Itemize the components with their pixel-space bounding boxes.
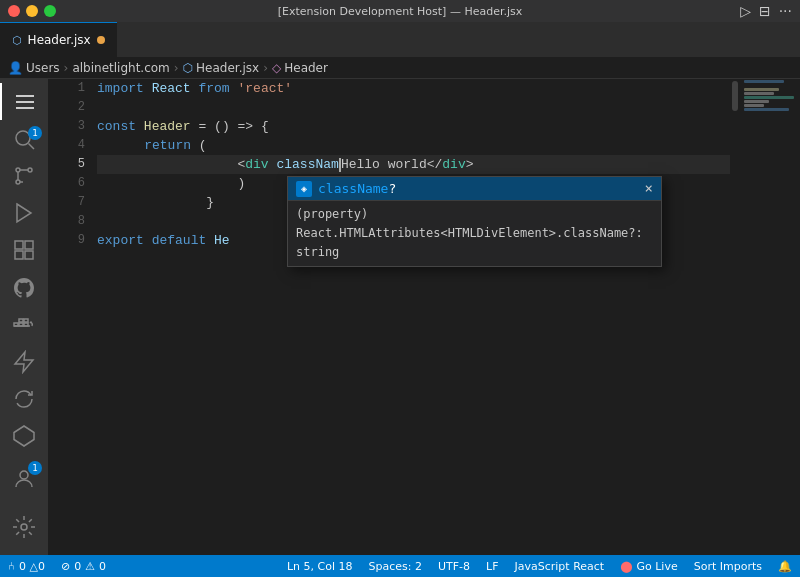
autocomplete-item-classname[interactable]: ◈ className? ×	[288, 177, 661, 200]
breadcrumb-sep-3: ›	[263, 61, 268, 75]
activity-bar: 1 1	[0, 79, 48, 555]
activity-source-control[interactable]	[0, 157, 48, 194]
breadcrumb-symbol[interactable]: Header	[284, 61, 328, 75]
breadcrumb-sep-2: ›	[174, 61, 179, 75]
close-button[interactable]	[8, 5, 20, 17]
activity-layers[interactable]	[0, 418, 48, 455]
breadcrumb-file[interactable]: Header.jsx	[196, 61, 259, 75]
tab-file-icon: ⬡	[12, 34, 22, 47]
svg-point-3	[28, 168, 32, 172]
activity-settings[interactable]	[0, 503, 48, 551]
minimap-line-1	[744, 80, 784, 83]
line-num-9: 9	[56, 231, 85, 250]
status-golive[interactable]: ⬤ Go Live	[612, 555, 686, 577]
activity-refresh[interactable]	[0, 381, 48, 418]
line-num-4: 4	[56, 136, 85, 155]
svg-rect-8	[15, 251, 23, 259]
minimap-line-5	[744, 96, 794, 99]
activity-extensions[interactable]	[0, 232, 48, 269]
svg-line-1	[29, 143, 35, 149]
line-num-8: 8	[56, 212, 85, 231]
line-num-6: 6	[56, 174, 85, 193]
error-icon: ⊘	[61, 560, 70, 573]
activity-github[interactable]	[0, 269, 48, 306]
autocomplete-close-button[interactable]: ×	[645, 179, 653, 198]
line-num-3: 3	[56, 117, 85, 136]
minimap	[740, 79, 800, 555]
position-text: Ln 5, Col 18	[287, 560, 353, 573]
line-num-1: 1	[56, 79, 85, 98]
status-encoding[interactable]: UTF-8	[430, 555, 478, 577]
status-errors[interactable]: ⊘ 0 ⚠ 0	[53, 555, 114, 577]
line-num-2: 2	[56, 98, 85, 117]
line-numbers: 1 2 3 4 5 6 7 8 9	[48, 79, 93, 555]
svg-point-4	[16, 180, 20, 184]
line-num-5: 5	[56, 155, 85, 174]
scrollbar-thumb[interactable]	[732, 81, 738, 111]
breadcrumb-folder-icon: 👤	[8, 61, 23, 75]
maximize-button[interactable]	[44, 5, 56, 17]
status-sort-imports[interactable]: Sort Imports	[686, 555, 770, 577]
status-spaces[interactable]: Spaces: 2	[361, 555, 430, 577]
status-bar-left: ⑃ 0 △0 ⊘ 0 ⚠ 0	[0, 555, 114, 577]
breadcrumb-domain[interactable]: albinetlight.com	[72, 61, 169, 75]
status-eol[interactable]: LF	[478, 555, 506, 577]
main-area: 1 1	[0, 79, 800, 555]
breadcrumb-file-icon: ⬡	[183, 61, 193, 75]
split-icon[interactable]: ⊟	[759, 3, 771, 19]
more-icon[interactable]: ···	[779, 3, 792, 19]
breadcrumb-users[interactable]: Users	[26, 61, 60, 75]
sort-imports-text: Sort Imports	[694, 560, 762, 573]
tab-bar: ⬡ Header.jsx	[0, 22, 800, 57]
autocomplete-detail-text: (property) React.HTMLAttributes<HTMLDivE…	[296, 207, 643, 259]
title-bar: [Extension Development Host] — Header.js…	[0, 0, 800, 22]
autocomplete-detail: (property) React.HTMLAttributes<HTMLDivE…	[288, 200, 661, 266]
breadcrumb-sym-icon: ◇	[272, 61, 281, 75]
branch-icon: ⑃	[8, 560, 15, 573]
svg-rect-7	[25, 241, 33, 249]
line-num-7: 7	[56, 193, 85, 212]
activity-search[interactable]: 1	[0, 120, 48, 157]
activity-bar-bottom: 1	[0, 455, 48, 551]
activity-docker[interactable]	[0, 306, 48, 343]
activity-debug[interactable]	[0, 195, 48, 232]
run-icon[interactable]: ▷	[740, 3, 751, 19]
vertical-scrollbar[interactable]	[730, 79, 740, 555]
svg-point-17	[20, 471, 28, 479]
activity-explorer[interactable]	[0, 83, 48, 120]
status-notification[interactable]: 🔔	[770, 555, 800, 577]
svg-rect-14	[24, 319, 28, 322]
status-bar: ⑃ 0 △0 ⊘ 0 ⚠ 0 Ln 5, Col 18 Spaces: 2 UT…	[0, 555, 800, 577]
status-language[interactable]: JavaScript React	[507, 555, 613, 577]
golive-icon: ⬤	[620, 560, 632, 573]
minimap-line-4	[744, 92, 774, 95]
minimap-line-3	[744, 88, 779, 91]
bell-icon: 🔔	[778, 560, 792, 573]
svg-point-2	[16, 168, 20, 172]
code-area[interactable]: 1 2 3 4 5 6 7 8 9 import React from 'rea…	[48, 79, 800, 555]
code-line-3: const Header = () => {	[97, 117, 730, 136]
code-content[interactable]: import React from 'react' const Header =…	[93, 79, 730, 555]
svg-rect-9	[25, 251, 33, 259]
eol-text: LF	[486, 560, 498, 573]
tab-header-jsx[interactable]: ⬡ Header.jsx	[0, 22, 117, 57]
autocomplete-popup[interactable]: ◈ className? × (property) React.HTMLAttr…	[287, 176, 662, 267]
status-position[interactable]: Ln 5, Col 18	[279, 555, 361, 577]
window-title: [Extension Development Host] — Header.js…	[278, 5, 523, 18]
status-branch[interactable]: ⑃ 0 △0	[0, 555, 53, 577]
warning-icon: ⚠	[85, 560, 95, 573]
minimap-line-7	[744, 104, 764, 107]
activity-lightning[interactable]	[0, 343, 48, 380]
encoding-text: UTF-8	[438, 560, 470, 573]
minimize-button[interactable]	[26, 5, 38, 17]
code-line-1: import React from 'react'	[97, 79, 730, 98]
svg-rect-13	[19, 319, 23, 322]
spaces-text: Spaces: 2	[369, 560, 422, 573]
svg-point-18	[21, 524, 27, 530]
code-line-2	[97, 98, 730, 117]
warning-count: 0	[99, 560, 106, 573]
activity-account[interactable]: 1	[0, 455, 48, 503]
svg-marker-15	[15, 352, 33, 372]
editor: 1 2 3 4 5 6 7 8 9 import React from 'rea…	[48, 79, 800, 555]
title-right-controls: ▷ ⊟ ···	[740, 3, 792, 19]
